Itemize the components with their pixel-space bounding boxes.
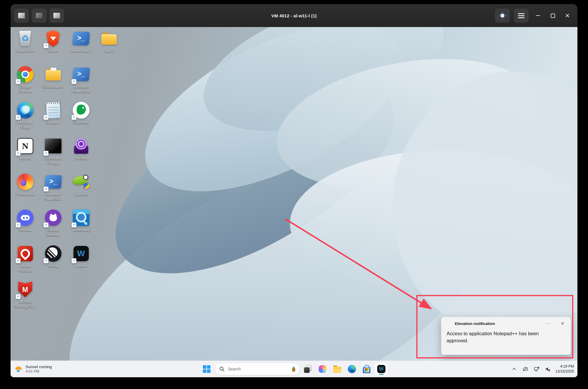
mcafee-icon: M↗ <box>16 280 34 299</box>
tray-chevron-up-icon[interactable] <box>511 365 518 373</box>
processexp-icon: ↗ <box>72 209 90 227</box>
minimize-icon <box>536 15 540 16</box>
shortcut-arrow-badge: ↗ <box>44 43 49 48</box>
shortcut-arrow-badge: ↗ <box>16 115 21 120</box>
webex-taskbar-button[interactable]: W <box>375 363 388 375</box>
desktop-icon-adobe-acrobat[interactable]: ↗Adobe Acrobat <box>11 244 39 280</box>
desktop-icon-google-chrome[interactable]: ↗Google Chrome <box>11 65 39 101</box>
shortcut-arrow-badge: ↗ <box>44 187 49 192</box>
desktop-icon-mcafee[interactable]: M↗McAfee Security Sc... <box>11 280 39 316</box>
toast-body-text: Access to application Notepad++ has been… <box>441 330 571 344</box>
notepad-icon: ↗ <box>44 101 62 119</box>
edge-button[interactable] <box>345 363 358 375</box>
desktop-icon-notepad[interactable]: ↗notepad <box>39 101 67 137</box>
taskbar-center: W <box>200 361 388 377</box>
desktop-icon-notion[interactable]: N↗Notion <box>11 137 39 173</box>
desktop-icon-firefox-exe[interactable]: Firefox.exe <box>11 173 39 209</box>
maximize-icon <box>551 14 555 18</box>
windows-powershell-icon: >_↗ <box>72 65 90 83</box>
onedrive-off-icon[interactable] <box>522 365 529 373</box>
task-view-button[interactable] <box>301 363 314 375</box>
desktop-icon-powershell-file[interactable]: >_powershell.... <box>67 29 95 65</box>
evernote-icon: ↗ <box>72 101 90 119</box>
desktop-icon-label: GitHub Desktop <box>46 228 60 237</box>
desktop-icon-label: Executables <box>43 84 63 89</box>
desktop-icon-microsoft-edge[interactable]: ↗Microsoft Edge <box>11 101 39 137</box>
search-input[interactable] <box>227 366 275 372</box>
desktop-icon-github-desktop[interactable]: ↗GitHub Desktop <box>39 209 67 244</box>
desktop-icon-label: McAfee Security Sc... <box>14 299 36 309</box>
display-tab-2-button[interactable] <box>32 9 46 23</box>
fit-to-window-button[interactable] <box>495 9 510 23</box>
weather-widget[interactable]: Sunset coming 4:51 PM <box>14 361 52 377</box>
shortcut-arrow-badge: ↗ <box>71 79 76 84</box>
weather-headline: Sunset coming <box>26 365 52 369</box>
desktop-icon-discord[interactable]: ↗Discord <box>11 209 39 244</box>
shortcut-arrow-badge: ↗ <box>16 79 21 84</box>
desktop: ♻Recycle Bin↗Brave>_powershell....Apps↗G… <box>11 27 577 361</box>
display-tab-1-button[interactable] <box>14 9 29 23</box>
start-button[interactable] <box>200 363 213 375</box>
desktop-icon-npp-exe[interactable]: npp.exe <box>67 173 95 209</box>
desktop-icon-webex[interactable]: W↗Webex <box>67 244 95 280</box>
desktop-icon-tor-exe[interactable]: tor.exe <box>67 137 95 173</box>
desktop-icon-executables-folder[interactable]: Executables <box>39 65 67 101</box>
file-explorer-button[interactable] <box>331 363 344 375</box>
microsoft-edge-icon: ↗ <box>16 101 34 119</box>
search-icon <box>219 366 225 372</box>
minimize-button[interactable] <box>533 10 543 21</box>
desktop-icon-apps-folder[interactable]: Apps <box>95 29 123 65</box>
display-tab-3-button[interactable] <box>49 9 64 23</box>
system-tray: 4:19 PM 12/15/2025 <box>511 361 574 377</box>
desktop-icon-label: notepad <box>46 120 60 125</box>
microsoft-store-button[interactable] <box>360 363 373 375</box>
desktop-icon-grid: ♻Recycle Bin↗Brave>_powershell....Apps↗G… <box>11 29 123 316</box>
hamburger-menu-button[interactable] <box>514 9 529 23</box>
windows-powersh-icon: >_↗ <box>44 173 62 191</box>
taskbar: Sunset coming 4:51 PM <box>11 361 577 377</box>
volume-mute-icon[interactable] <box>544 365 551 373</box>
tray-time: 4:19 PM <box>560 364 574 369</box>
search-box[interactable] <box>215 363 300 375</box>
desktop-icon-windows-powersh[interactable]: >_↗Windows PowerSh... <box>39 173 67 209</box>
fit-to-window-icon <box>499 12 506 19</box>
copilot-button[interactable] <box>316 363 329 375</box>
desktop-icon-windows-powershell[interactable]: >_↗Windows PowerShell <box>67 65 95 101</box>
desktop-icon-label: tor.exe <box>76 156 87 161</box>
network-display-icon[interactable] <box>533 365 540 373</box>
webex-icon: W <box>377 365 385 373</box>
shortcut-arrow-badge: ↗ <box>16 151 21 156</box>
shortcut-arrow-badge: ↗ <box>71 258 76 263</box>
hamburger-menu-icon <box>518 15 524 16</box>
close-button[interactable] <box>562 10 573 21</box>
elevation-notification-toast: Elevation notification ··· ✕ Access to a… <box>441 317 571 355</box>
linear-icon: ↗ <box>44 244 62 263</box>
titlebar-right-buttons <box>495 9 573 23</box>
desktop-icon-label: Linear <box>48 264 58 268</box>
shortcut-arrow-badge: ↗ <box>71 222 76 227</box>
shortcut-arrow-badge: ↗ <box>44 222 49 227</box>
titlebar: VM 4012 - al-w11-l (1) <box>11 4 577 27</box>
tray-date: 12/15/2025 <box>555 369 574 374</box>
desktop-icon-linear[interactable]: ↗Linear <box>39 244 67 280</box>
npp-exe-icon <box>72 173 90 191</box>
desktop-icon-command-prompt[interactable]: ↗Command Prompt <box>39 137 67 173</box>
toast-close-icon[interactable]: ✕ <box>559 321 566 326</box>
desktop-icon-processexp[interactable]: ↗processexp <box>67 209 95 244</box>
desktop-icon-label: Command Prompt <box>45 156 62 165</box>
google-chrome-icon: ↗ <box>16 65 34 83</box>
desktop-icon-evernote[interactable]: ↗Evernote <box>67 101 95 137</box>
tray-clock[interactable]: 4:19 PM 12/15/2025 <box>555 364 574 374</box>
desktop-icon-brave[interactable]: ↗Brave <box>39 29 67 65</box>
toast-title: Elevation notification <box>455 321 495 326</box>
notion-icon: N↗ <box>16 137 34 155</box>
toast-more-options-icon[interactable]: ··· <box>543 322 553 325</box>
desktop-icon-label: Firefox.exe <box>16 192 34 197</box>
desktop-icon-label: Microsoft Edge <box>18 120 33 130</box>
desktop-icon-recycle-bin[interactable]: ♻Recycle Bin <box>11 29 39 65</box>
desktop-icon-label: Brave <box>48 48 58 53</box>
maximize-button[interactable] <box>547 10 558 21</box>
microsoft-store-icon <box>363 367 370 373</box>
desktop-icon-label: Apps <box>105 48 113 53</box>
executables-folder-icon <box>44 65 62 83</box>
